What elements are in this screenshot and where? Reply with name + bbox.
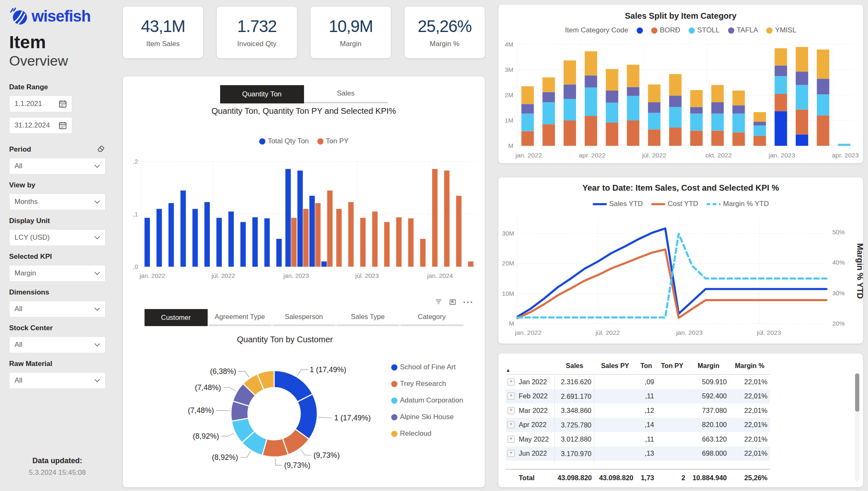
bar-total-qty-ton[interactable] [181, 191, 186, 267]
stack-bar-misl[interactable] [711, 85, 724, 102]
more-options-icon[interactable]: ··· [463, 300, 474, 304]
bar-ton-py[interactable] [432, 169, 438, 267]
stack-bar-blank[interactable] [796, 135, 808, 146]
bar-ton-py[interactable] [336, 209, 342, 267]
legend-item-bor[interactable]: BORÐ [651, 26, 680, 34]
legend-item-cost-ytd[interactable]: Cost YTD [651, 200, 698, 208]
bar-ton-py[interactable] [408, 218, 414, 267]
stack-bar-bor[interactable] [753, 136, 766, 146]
bar-total-qty-ton[interactable] [297, 171, 303, 267]
stack-bar-misl[interactable] [627, 65, 639, 87]
stack-bar-tafla[interactable] [711, 102, 724, 113]
stack-bar-st-ll[interactable] [521, 114, 534, 131]
sales-split-chart[interactable]: M1M2M3M4Mjan. 2022apr. 2022júl. 2022okt.… [498, 37, 863, 162]
col-header-month[interactable]: ▲ [506, 368, 555, 373]
stack-bar-bor[interactable] [606, 123, 618, 146]
stack-bar-tafla[interactable] [542, 92, 555, 102]
bar-total-qty-ton[interactable] [276, 239, 282, 267]
stack-bar-bor[interactable] [817, 115, 829, 146]
bar-total-qty-ton[interactable] [228, 211, 234, 267]
col-header-margin[interactable]: Margin % [729, 362, 770, 370]
bar-total-qty-ton[interactable] [285, 169, 291, 267]
legend-item-trey-research[interactable]: Trey Research [391, 380, 463, 388]
stack-bar-tafla[interactable] [627, 87, 639, 96]
bar-ton-py[interactable] [360, 218, 365, 267]
stack-bar-st-ll[interactable] [753, 125, 766, 135]
col-header-sales-py[interactable]: Sales PY [594, 362, 636, 370]
legend-item-margin-ytd[interactable]: Margin % YTD [706, 200, 769, 208]
stack-bar-tafla[interactable] [564, 84, 576, 99]
table-row[interactable]: +Jul 20222.425.300,09533.81022,01% [506, 461, 770, 464]
col-header-ton[interactable]: Ton [636, 362, 657, 370]
stack-bar-tafla[interactable] [648, 102, 660, 113]
subtab-agreement-type[interactable]: Agreement Type [208, 309, 272, 326]
stack-bar-misl[interactable] [733, 91, 745, 105]
dropdown-period[interactable]: All [9, 158, 105, 174]
expand-row-icon[interactable]: + [508, 407, 515, 414]
stack-bar-tafla[interactable] [753, 122, 766, 125]
stack-bar-misl[interactable] [521, 86, 534, 104]
table-row[interactable]: +Apr 20223.725.780,14820.10022,01% [506, 418, 770, 432]
stack-bar-misl[interactable] [669, 74, 682, 96]
bar-ton-py[interactable] [348, 202, 354, 267]
stack-bar-st-ll[interactable] [711, 114, 724, 131]
stack-bar-misl[interactable] [606, 69, 618, 91]
stack-bar-st-ll[interactable] [838, 144, 851, 146]
stack-bar-misl[interactable] [775, 48, 787, 65]
bar-ton-py[interactable] [444, 171, 449, 267]
stack-bar-st-ll[interactable] [775, 76, 787, 94]
line-margin-ytd[interactable] [517, 234, 826, 318]
legend-item-st-ll[interactable]: STÓLL [689, 26, 720, 34]
stack-bar-st-ll[interactable] [817, 94, 829, 115]
stack-bar-bor[interactable] [521, 131, 534, 146]
customer-donut-chart[interactable]: 1 (17,49%)1 (17,49%)(9,73%)(9,73%)(8,92%… [130, 347, 390, 486]
subtab-sales-type[interactable]: Sales Type [336, 309, 400, 326]
dropdown-selected-kpi[interactable]: Margin [9, 265, 105, 282]
bar-total-qty-ton[interactable] [253, 217, 258, 267]
stack-bar-misl[interactable] [564, 60, 576, 84]
bar-total-qty-ton[interactable] [192, 209, 198, 267]
bar-total-qty-ton[interactable] [240, 222, 246, 267]
bar-total-qty-ton[interactable] [145, 218, 150, 267]
table-row[interactable]: +Feb 20222.691.170,11592.40022,01% [506, 389, 770, 404]
bar-ton-py[interactable] [384, 222, 390, 267]
legend-item-total-qty-ton[interactable]: Total Qty Ton [259, 137, 309, 145]
legend-item-adatum-corporation[interactable]: Adatum Corporation [391, 396, 463, 405]
eraser-icon[interactable] [96, 144, 105, 153]
stack-bar-bor[interactable] [669, 128, 682, 146]
stack-bar-blank[interactable] [775, 111, 787, 146]
bar-ton-py[interactable] [420, 239, 426, 267]
stack-bar-st-ll[interactable] [690, 114, 703, 131]
calendar-icon[interactable] [59, 100, 67, 108]
stack-bar-misl[interactable] [648, 84, 660, 102]
col-header-ton-py[interactable]: Ton PY [657, 362, 688, 370]
subtab-category[interactable]: Category [400, 309, 463, 326]
stack-bar-misl[interactable] [690, 90, 703, 107]
subtab-customer[interactable]: Customer [145, 309, 208, 326]
stack-bar-misl[interactable] [796, 47, 808, 71]
stack-bar-bor[interactable] [775, 94, 787, 111]
bar-total-qty-ton[interactable] [216, 218, 222, 267]
legend-item-alpine-ski-house[interactable]: Alpine Ski House [391, 413, 463, 421]
stack-bar-bor[interactable] [627, 120, 639, 146]
stack-bar-bor[interactable] [564, 120, 576, 146]
stack-bar-misl[interactable] [817, 49, 829, 79]
bar-ton-py[interactable] [291, 218, 297, 267]
stack-bar-st-ll[interactable] [796, 85, 808, 110]
dropdown-display-unit[interactable]: LCY (USD) [9, 229, 105, 246]
stack-bar-tafla[interactable] [606, 91, 618, 103]
stack-bar-misl[interactable] [585, 51, 597, 75]
stack-bar-bor[interactable] [585, 116, 597, 146]
table-row[interactable]: +Mar 20223.348.860,12737.08022,01% [506, 403, 770, 418]
stack-bar-tafla[interactable] [817, 79, 829, 94]
dropdown-dimensions[interactable]: All [9, 301, 105, 317]
stack-bar-st-ll[interactable] [585, 88, 597, 116]
date-from-input[interactable]: 1.1.2021 [9, 96, 72, 112]
bar-total-qty-ton[interactable] [204, 202, 210, 267]
dropdown-stock-center[interactable]: All [9, 336, 105, 353]
stack-bar-bor[interactable] [796, 110, 808, 135]
stack-bar-tafla[interactable] [521, 104, 534, 113]
bar-total-qty-ton[interactable] [321, 261, 327, 267]
legend-item-school-of-fine-art[interactable]: School of Fine Art [391, 363, 463, 371]
stack-bar-tafla[interactable] [585, 75, 597, 87]
